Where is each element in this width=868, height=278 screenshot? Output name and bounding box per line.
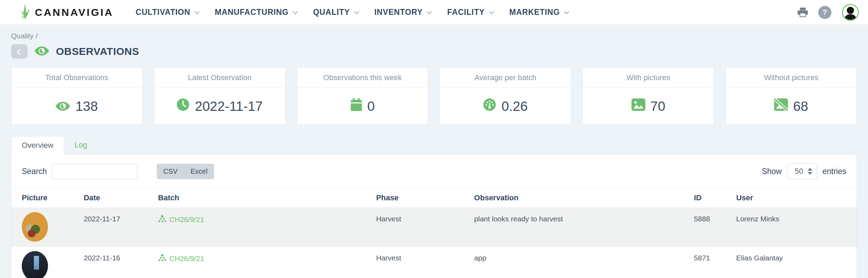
nav-item-manufacturing[interactable]: MANUFACTURING <box>215 8 297 17</box>
column-header-id[interactable]: ID <box>688 188 731 208</box>
chevron-down-icon <box>354 9 359 15</box>
cell-phase: Harvest <box>370 208 469 247</box>
nav-item-facility[interactable]: FACILITY <box>447 8 493 17</box>
column-header-phase[interactable]: Phase <box>370 188 469 208</box>
stat-card-without-pictures: Without pictures 68 <box>725 67 857 125</box>
main-nav: CULTIVATION MANUFACTURING QUALITY INVENT… <box>136 8 568 17</box>
observation-photo-thumbnail[interactable] <box>22 251 48 278</box>
table-row: 2022-11-16 CH26/9/21 Harve <box>11 247 857 278</box>
help-icon[interactable]: ? <box>818 6 831 19</box>
back-button[interactable] <box>11 44 28 59</box>
stat-card-observations-this-week: Observations this week 0 <box>297 67 428 125</box>
batch-code: CH26/9/21 <box>170 255 204 263</box>
page-size-select[interactable]: 50 <box>787 163 817 179</box>
stat-value: 70 <box>650 99 665 114</box>
column-header-picture[interactable]: Picture <box>11 188 78 208</box>
batch-link[interactable]: CH26/9/21 <box>158 254 204 263</box>
eye-icon <box>35 46 49 57</box>
stat-value: 138 <box>75 99 98 114</box>
chevron-down-icon <box>427 9 432 15</box>
image-icon <box>631 98 645 114</box>
stat-card-latest-observation: Latest Observation 2022-11-17 <box>154 67 286 125</box>
cell-id: 5888 <box>688 208 731 247</box>
export-button-group: CSV Excel <box>157 164 214 179</box>
stat-value: 0 <box>367 99 375 114</box>
stat-label: Without pictures <box>726 67 857 88</box>
column-header-observation[interactable]: Observation <box>469 188 688 208</box>
stat-cards: Total Observations 138 Latest Observatio… <box>11 67 857 125</box>
top-navigation-bar: CANNAVIGIA CULTIVATION MANUFACTURING QUA… <box>0 0 868 25</box>
gauge-icon <box>483 98 496 114</box>
calendar-icon <box>350 98 362 115</box>
batch-link[interactable]: CH26/9/21 <box>158 215 204 224</box>
stat-card-with-pictures: With pictures 70 <box>582 67 714 125</box>
stat-value: 2022-11-17 <box>195 99 263 114</box>
cell-id: 5871 <box>688 247 731 278</box>
chevron-down-icon <box>194 9 200 15</box>
column-header-user[interactable]: User <box>731 188 857 208</box>
page-title: OBSERVATIONS <box>56 46 139 57</box>
chevron-left-icon <box>17 49 23 55</box>
nav-label: QUALITY <box>313 8 350 17</box>
excel-export-button[interactable]: Excel <box>184 164 214 179</box>
batch-icon <box>158 254 166 263</box>
stat-label: Observations this week <box>297 67 428 88</box>
batch-icon <box>158 215 166 224</box>
select-arrows-icon <box>808 168 812 175</box>
topbar-actions: ? <box>798 4 859 21</box>
table-row: 2022-11-17 CH26/9/21 Harve <box>11 208 857 247</box>
stat-label: Average per batch <box>440 67 571 88</box>
chevron-down-icon <box>489 9 494 15</box>
cell-date: 2022-11-17 <box>78 208 152 247</box>
cell-user: Lorenz Minks <box>731 208 857 247</box>
stat-card-average-per-batch: Average per batch <box>440 67 571 125</box>
stat-value: 68 <box>793 99 808 114</box>
nav-label: CULTIVATION <box>136 8 190 17</box>
chevron-down-icon <box>292 9 298 15</box>
page-title-row: OBSERVATIONS <box>11 44 857 59</box>
tab-overview[interactable]: Overview <box>11 136 64 154</box>
nav-item-marketing[interactable]: MARKETING <box>509 8 568 17</box>
csv-export-button[interactable]: CSV <box>157 164 184 179</box>
page-size-value: 50 <box>795 167 803 176</box>
tab-log[interactable]: Log <box>64 136 98 154</box>
eye-icon <box>56 99 70 114</box>
nav-item-cultivation[interactable]: CULTIVATION <box>136 8 198 17</box>
table-header-row: Picture Date Batch Phase Observation ID … <box>11 188 857 208</box>
nav-item-quality[interactable]: QUALITY <box>313 8 358 17</box>
search-label: Search <box>22 167 47 176</box>
page-size-control: Show 50 entries <box>762 163 846 179</box>
clock-icon <box>176 98 190 114</box>
observation-photo-thumbnail[interactable] <box>22 212 48 242</box>
brand-logo[interactable]: CANNAVIGIA <box>19 3 114 22</box>
search-input[interactable] <box>52 164 137 179</box>
cell-user: Elias Galantay <box>731 247 857 278</box>
nav-label: MARKETING <box>509 8 560 17</box>
stat-label: With pictures <box>583 67 714 88</box>
table-toolbar: Search CSV Excel Show 50 entries <box>11 154 857 188</box>
cell-observation: plant looks ready to harvest <box>469 208 688 247</box>
nav-item-inventory[interactable]: INVENTORY <box>374 8 431 17</box>
stat-value: 0.26 <box>501 99 528 114</box>
show-label: Show <box>762 167 782 176</box>
printer-icon[interactable] <box>798 8 808 17</box>
leaf-logo-icon <box>19 3 31 22</box>
user-avatar[interactable] <box>842 4 859 21</box>
column-header-batch[interactable]: Batch <box>153 188 371 208</box>
cell-observation: app <box>469 247 688 278</box>
cell-phase: Harvest <box>370 247 469 278</box>
stat-card-total-observations: Total Observations 138 <box>11 67 143 125</box>
cell-date: 2022-11-16 <box>78 247 152 278</box>
observations-table: Picture Date Batch Phase Observation ID … <box>11 188 857 278</box>
column-header-date[interactable]: Date <box>78 188 152 208</box>
nav-label: FACILITY <box>447 8 485 17</box>
stat-label: Total Observations <box>11 67 142 88</box>
nav-label: MANUFACTURING <box>215 8 289 17</box>
breadcrumb[interactable]: Quality / <box>11 25 857 40</box>
nav-label: INVENTORY <box>374 8 423 17</box>
page-content: Quality / OBSERVATIONS Total Observation… <box>0 25 868 278</box>
brand-name: CANNAVIGIA <box>35 7 114 18</box>
entries-label: entries <box>822 167 846 176</box>
stat-label: Latest Observation <box>154 67 285 88</box>
chevron-down-icon <box>564 9 569 15</box>
